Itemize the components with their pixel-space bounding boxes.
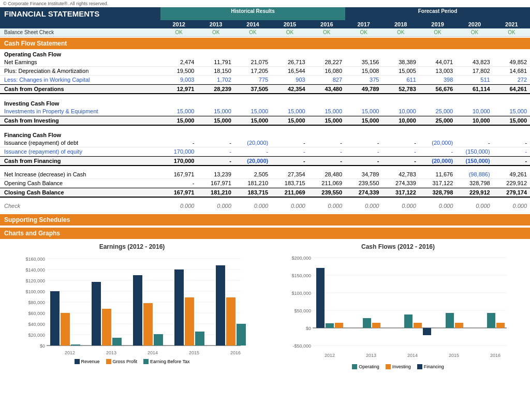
check-value-cell: 0.000 (456, 202, 493, 210)
data-cell: 64,261 (493, 85, 530, 93)
table-row: Opening Cash Balance-167,971181,210183,7… (0, 179, 530, 188)
svg-rect-32 (237, 324, 246, 346)
spacer3 (0, 166, 530, 170)
data-cell: 170,000 (160, 147, 197, 156)
data-cell: 229,912 (493, 179, 530, 187)
data-cell: - (493, 157, 530, 165)
cashflows-legend: Operating Investing Financing (352, 364, 444, 369)
data-cell: 167,971 (197, 179, 234, 187)
svg-rect-52 (335, 323, 343, 328)
data-cell: 511 (456, 76, 493, 84)
title-text: FINANCIAL STATEMENTS (4, 9, 99, 18)
data-cell: 16,080 (308, 67, 345, 75)
check-2013: OK (197, 28, 234, 36)
data-cell: 10,000 (382, 116, 419, 125)
svg-text:$0: $0 (306, 326, 311, 331)
check-2019: OK (419, 28, 456, 36)
svg-text:2015: 2015 (449, 353, 459, 358)
check-value-cell: 0.000 (234, 202, 271, 210)
financing-rows: Issuance (repayment) of debt--(20,000)--… (0, 139, 530, 166)
charts-section-header: Charts and Graphs (0, 228, 530, 239)
data-cell: 25,000 (419, 116, 456, 125)
check-2016: OK (308, 28, 345, 36)
forecast-label: Forecast Period (345, 7, 530, 15)
data-cell: 38,389 (382, 58, 419, 66)
data-cell: 15,008 (345, 67, 382, 75)
legend-grossproft: Gross Profit (106, 359, 138, 364)
table-row: Issuance (repayment) of debt--(20,000)--… (0, 139, 530, 147)
table-row: Net Increase (decrease) in Cash167,97113… (0, 170, 530, 179)
legend-ebt-color (143, 359, 149, 364)
table-row: Cash from Operations12,97128,23937,50542… (0, 84, 530, 94)
svg-text:2013: 2013 (366, 353, 376, 358)
check-2018: OK (382, 28, 419, 36)
data-cell: 14,681 (493, 67, 530, 75)
data-cell: - (197, 147, 234, 156)
year-2018: 2018 (382, 20, 419, 28)
operating-subsection: Operating Cash Flow (0, 49, 530, 58)
svg-text:$60,000: $60,000 (28, 311, 45, 316)
legend-ebt-label: Earning Before Tax (150, 359, 189, 364)
row-label: Net Earnings (0, 58, 160, 66)
data-cell: 239,550 (345, 179, 382, 187)
check-row-data: Check0.0000.0000.0000.0000.0000.0000.000… (0, 202, 530, 210)
year-2017: 2017 (345, 20, 382, 28)
check-2014: OK (234, 28, 271, 36)
table-row: Net Earnings2,47411,79121,07526,71328,22… (0, 58, 530, 67)
svg-rect-53 (363, 318, 371, 328)
earnings-legend: Revenue Gross Profit Earning Before Tax (75, 359, 190, 364)
data-cell: 49,789 (345, 85, 382, 93)
data-cell: - (197, 157, 234, 165)
data-cell: 27,354 (271, 170, 308, 178)
svg-text:2013: 2013 (106, 350, 116, 355)
data-cell: - (382, 157, 419, 165)
data-cell: (150,000) (456, 157, 493, 165)
earnings-chart-title: Earnings (2012 - 2016) (99, 243, 165, 250)
row-label: Net Increase (decrease) in Cash (0, 170, 160, 178)
data-cell: (150,000) (456, 147, 493, 156)
data-cell: 10,000 (456, 107, 493, 115)
historical-label: Historical Results (160, 7, 345, 15)
svg-rect-58 (446, 313, 454, 328)
data-cell: 15,000 (345, 116, 382, 125)
svg-rect-26 (154, 334, 163, 346)
spacer2 (0, 126, 530, 130)
data-cell: 15,000 (197, 116, 234, 125)
app-title: FINANCIAL STATEMENTS (0, 7, 160, 20)
data-cell: (20,000) (419, 139, 456, 147)
legend-gp-label: Gross Profit (113, 359, 138, 364)
investing-subsection: Investing Cash Flow (0, 98, 530, 107)
svg-rect-28 (185, 297, 194, 346)
row-label: Cash from Operations (0, 85, 160, 93)
svg-rect-18 (50, 291, 60, 346)
operating-rows: Net Earnings2,47411,79121,07526,71328,22… (0, 58, 530, 94)
table-row: Closing Cash Balance167,971181,210183,71… (0, 188, 530, 198)
data-cell: 15,000 (308, 116, 345, 125)
data-cell: 611 (382, 76, 419, 84)
legend-investing-color (386, 364, 391, 369)
check-value-cell: 0.000 (160, 202, 197, 210)
data-cell: - (382, 147, 419, 156)
svg-rect-61 (496, 323, 505, 328)
row-label: Issuance (repayment) of debt (0, 139, 160, 147)
data-cell: 15,000 (345, 107, 382, 115)
data-cell: 15,000 (271, 116, 308, 125)
data-cell: 15,000 (234, 107, 271, 115)
check-2012: OK (160, 28, 197, 36)
svg-rect-25 (143, 303, 153, 346)
svg-text:$80,000: $80,000 (28, 300, 45, 305)
data-cell: 2,474 (160, 58, 197, 66)
data-cell: 49,852 (493, 58, 530, 66)
data-cell: 15,005 (382, 67, 419, 75)
data-cell: 16,544 (271, 67, 308, 75)
svg-rect-23 (112, 338, 122, 346)
data-cell: 317,122 (419, 179, 456, 187)
data-cell: 167,971 (160, 188, 197, 197)
data-cell: 274,339 (345, 188, 382, 197)
svg-text:2012: 2012 (65, 350, 75, 355)
row-label: Opening Cash Balance (0, 179, 160, 187)
copyright-text: © Corporate Finance Institute®. All righ… (0, 0, 530, 7)
data-cell: 17,205 (234, 67, 271, 75)
svg-text:$150,000: $150,000 (291, 273, 311, 278)
data-cell: 44,071 (419, 58, 456, 66)
